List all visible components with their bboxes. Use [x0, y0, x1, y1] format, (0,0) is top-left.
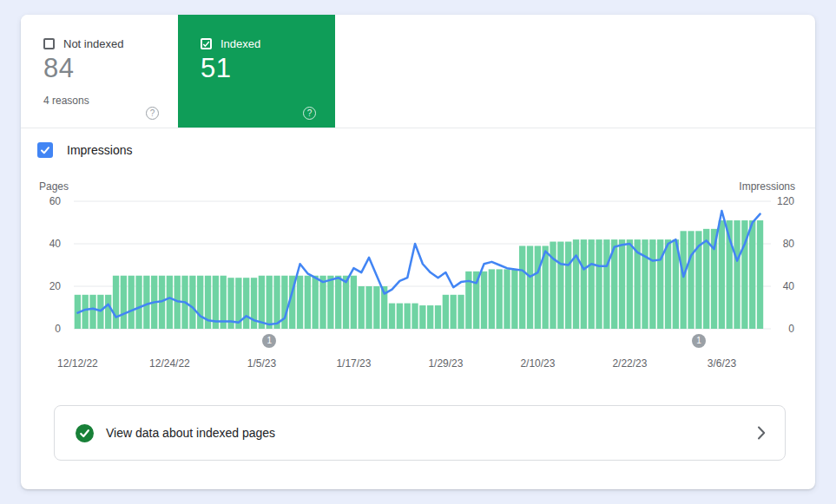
- indexed-checkbox[interactable]: [201, 38, 212, 49]
- check-icon: [202, 39, 210, 49]
- summary-tiles: Not indexed 84 4 reasons ? Indexed 51 ?: [21, 15, 815, 128]
- indexed-pages-bar[interactable]: [82, 295, 89, 329]
- indexed-pages-bar[interactable]: [519, 245, 525, 329]
- indexed-pages-bar[interactable]: [435, 305, 441, 329]
- indexed-pages-bar[interactable]: [681, 231, 687, 329]
- indexed-pages-bar[interactable]: [451, 295, 457, 329]
- indexed-pages-bar[interactable]: [267, 276, 273, 329]
- indexed-pages-bar[interactable]: [389, 304, 395, 329]
- indexed-pages-bar[interactable]: [113, 276, 119, 329]
- check-icon: [40, 145, 50, 155]
- annotation-badge[interactable]: 1: [692, 334, 706, 348]
- indexed-pages-bar[interactable]: [167, 276, 173, 329]
- indexed-pages-bar[interactable]: [757, 220, 763, 329]
- check-circle-icon: [76, 424, 94, 442]
- divider: [21, 128, 815, 128]
- indexed-pages-bar[interactable]: [343, 276, 349, 329]
- date-tick-label: 1/17/23: [336, 357, 371, 370]
- indexed-pages-bar[interactable]: [489, 269, 495, 329]
- impressions-toggle[interactable]: Impressions: [37, 142, 132, 158]
- indexed-pages-bar[interactable]: [327, 276, 333, 329]
- indexed-pages-bar[interactable]: [719, 220, 725, 329]
- indexed-pages-bar[interactable]: [504, 269, 510, 329]
- indexed-pages-bar[interactable]: [511, 269, 517, 329]
- indexed-pages-bar[interactable]: [335, 276, 341, 329]
- indexed-pages-bar[interactable]: [550, 242, 556, 329]
- indexed-pages-bar[interactable]: [619, 239, 625, 329]
- date-tick-label: 3/6/23: [708, 357, 736, 370]
- indexed-pages-bar[interactable]: [189, 276, 195, 329]
- help-icon[interactable]: ?: [146, 107, 159, 120]
- date-tick-label: 2/22/23: [612, 357, 647, 370]
- indexed-pages-bar[interactable]: [243, 278, 249, 329]
- impressions-checkbox[interactable]: [37, 142, 53, 158]
- annotation-badge[interactable]: 1: [262, 334, 276, 348]
- indexed-pages-bar[interactable]: [642, 239, 648, 329]
- axis-tick-label: 0: [26, 323, 61, 336]
- indexed-pages-bar[interactable]: [457, 295, 464, 329]
- indexed-pages-bar[interactable]: [365, 286, 372, 329]
- indexed-pages-bar[interactable]: [589, 239, 595, 329]
- help-icon[interactable]: ?: [303, 107, 316, 120]
- indexed-pages-bar[interactable]: [527, 245, 533, 329]
- date-tick-label: 12/12/22: [57, 357, 98, 370]
- indexed-pages-bar[interactable]: [143, 276, 149, 329]
- indexed-pages-bar[interactable]: [573, 239, 579, 329]
- indexed-pages-bar[interactable]: [89, 295, 95, 329]
- indexed-pages-bar[interactable]: [121, 276, 127, 329]
- indexed-pages-bar[interactable]: [688, 231, 694, 329]
- indexed-pages-bar[interactable]: [351, 276, 357, 329]
- not-indexed-count: 84: [43, 53, 74, 84]
- indexed-pages-bar[interactable]: [596, 239, 602, 329]
- date-tick-label: 2/10/23: [520, 357, 555, 370]
- indexed-pages-bar[interactable]: [411, 304, 418, 329]
- impressions-label: Impressions: [67, 143, 132, 157]
- view-data-action[interactable]: View data about indexed pages: [54, 405, 786, 461]
- not-indexed-reasons: 4 reasons: [43, 95, 89, 107]
- axis-tick-label: 40: [26, 238, 61, 251]
- date-tick-label: 1/5/23: [247, 357, 276, 370]
- index-chart[interactable]: [74, 191, 777, 331]
- indexed-pages-bar[interactable]: [359, 286, 365, 329]
- axis-tick-label: 60: [26, 195, 61, 208]
- indexed-pages-bar[interactable]: [128, 276, 135, 329]
- indexed-count: 51: [201, 53, 231, 84]
- page-indexing-report-card: Not indexed 84 4 reasons ? Indexed 51 ?: [21, 15, 815, 489]
- indexed-pages-bar[interactable]: [135, 276, 142, 329]
- check-icon: [79, 428, 90, 439]
- indexed-pages-bar[interactable]: [603, 239, 609, 329]
- indexed-pages-bar[interactable]: [197, 276, 203, 329]
- indexed-pages-bar[interactable]: [397, 304, 403, 329]
- indexed-pages-bar[interactable]: [557, 242, 563, 329]
- indexed-pages-bar[interactable]: [427, 305, 433, 329]
- indexed-pages-bar[interactable]: [305, 276, 311, 329]
- indexed-pages-bar[interactable]: [497, 269, 503, 329]
- indexed-pages-bar[interactable]: [319, 276, 326, 329]
- not-indexed-checkbox[interactable]: [43, 38, 55, 49]
- not-indexed-label: Not indexed: [63, 37, 123, 50]
- indexed-pages-bar[interactable]: [105, 295, 111, 329]
- indexed-pages-bar[interactable]: [443, 295, 449, 329]
- indexed-pages-bar[interactable]: [734, 220, 740, 329]
- not-indexed-tile[interactable]: Not indexed 84 4 reasons ?: [21, 15, 178, 128]
- indexed-label: Indexed: [221, 37, 260, 50]
- indexed-pages-bar[interactable]: [665, 239, 671, 329]
- indexed-pages-bar[interactable]: [481, 272, 487, 329]
- indexed-pages-bar[interactable]: [297, 276, 303, 329]
- indexed-pages-bar[interactable]: [581, 239, 587, 329]
- indexed-pages-bar[interactable]: [749, 220, 755, 329]
- left-axis-caption: Pages: [39, 180, 69, 193]
- chevron-right-icon: [757, 426, 766, 440]
- indexed-pages-bar[interactable]: [419, 305, 425, 329]
- indexed-pages-bar[interactable]: [405, 304, 411, 329]
- indexed-pages-bar[interactable]: [535, 245, 541, 329]
- indexed-pages-bar[interactable]: [313, 276, 319, 329]
- date-tick-label: 1/29/23: [428, 357, 463, 370]
- date-tick-label: 12/24/22: [149, 357, 190, 370]
- indexed-pages-bar[interactable]: [649, 239, 655, 329]
- indexed-pages-bar[interactable]: [373, 286, 379, 329]
- indexed-tile[interactable]: Indexed 51 ?: [178, 15, 335, 128]
- indexed-pages-bar[interactable]: [627, 239, 633, 329]
- axis-tick-label: 20: [26, 280, 61, 293]
- indexed-pages-bar[interactable]: [565, 242, 571, 329]
